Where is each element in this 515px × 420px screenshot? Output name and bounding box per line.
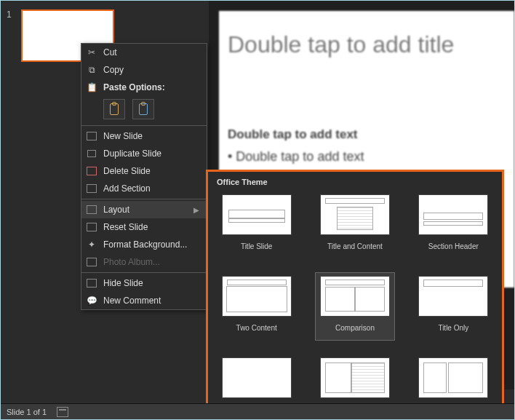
layout-caption: Section Header xyxy=(428,238,479,255)
menu-delete-slide[interactable]: Delete Slide xyxy=(81,162,207,180)
paste-picture[interactable] xyxy=(132,99,154,119)
menu-paste-label: Paste Options: xyxy=(103,82,165,92)
section-icon xyxy=(86,183,97,194)
layout-flyout: Office Theme Title Slide Title and Conte… xyxy=(206,170,504,407)
layout-preview xyxy=(222,276,292,317)
separator xyxy=(81,125,207,126)
layout-caption: Title Only xyxy=(438,320,468,337)
clipboard-picture-icon xyxy=(139,103,148,115)
layout-preview xyxy=(418,276,488,317)
reset-icon xyxy=(86,221,97,233)
subtitle-placeholder[interactable]: Double tap to add text xyxy=(228,127,358,142)
new-slide-icon xyxy=(86,130,97,142)
menu-paste-header: 📋Paste Options: xyxy=(81,79,207,96)
layout-preview xyxy=(320,276,390,317)
menu-duplicate-slide[interactable]: Duplicate Slide xyxy=(81,145,207,162)
format-bg-icon: ✦ xyxy=(86,239,97,250)
body-placeholder[interactable]: • Double tap to add text xyxy=(228,149,364,165)
layout-preview xyxy=(320,194,390,235)
layout-title-only[interactable]: Title Only xyxy=(414,272,493,341)
layout-title-slide[interactable]: Title Slide xyxy=(217,191,296,259)
layout-caption: Title and Content xyxy=(327,238,383,255)
menu-format-bg-label: Format Background... xyxy=(103,239,187,250)
layout-preview xyxy=(222,194,292,235)
menu-duplicate-label: Duplicate Slide xyxy=(103,148,161,159)
layout-preview xyxy=(418,357,488,398)
menu-hide-slide[interactable]: Hide Slide xyxy=(81,274,207,292)
chevron-right-icon: ▶ xyxy=(193,206,199,214)
clipboard-icon: 📋 xyxy=(86,82,97,93)
status-slide-count: Slide 1 of 1 xyxy=(7,408,47,416)
title-placeholder[interactable]: Double tap to add title xyxy=(228,21,508,68)
paste-keep-source[interactable] xyxy=(103,99,125,119)
clipboard-small-icon xyxy=(110,103,119,115)
menu-copy[interactable]: ⧉Copy xyxy=(81,61,207,79)
layout-preview xyxy=(320,357,390,398)
layout-two-content[interactable]: Two Content xyxy=(217,272,296,341)
menu-new-comment[interactable]: 💬New Comment xyxy=(81,292,207,309)
layout-preview xyxy=(222,357,292,398)
layout-preview xyxy=(418,194,488,235)
scissors-icon: ✂ xyxy=(86,47,97,58)
paste-options xyxy=(81,96,207,124)
menu-reset-label: Reset Slide xyxy=(103,222,148,232)
duplicate-icon xyxy=(86,148,97,159)
separator xyxy=(81,199,207,199)
menu-add-section-label: Add Section xyxy=(103,183,151,194)
slide-number: 1 xyxy=(7,9,12,20)
separator xyxy=(81,272,207,273)
menu-cut[interactable]: ✂Cut xyxy=(81,44,207,61)
layout-caption: Comparison xyxy=(335,320,375,337)
layout-flyout-header: Office Theme xyxy=(217,178,493,186)
layout-grid: Title Slide Title and Content Section He… xyxy=(217,191,493,420)
notes-icon[interactable] xyxy=(57,407,68,417)
layout-title-and-content[interactable]: Title and Content xyxy=(315,191,394,259)
menu-reset-slide[interactable]: Reset Slide xyxy=(81,218,207,236)
menu-photo-album: Photo Album... xyxy=(81,253,207,271)
menu-layout-label: Layout xyxy=(103,205,129,215)
layout-section-header[interactable]: Section Header xyxy=(414,191,493,259)
context-menu: ✂Cut ⧉Copy 📋Paste Options: New Slide Dup… xyxy=(81,43,207,310)
app-window: 1 Double tap to add title Double tap to … xyxy=(0,0,515,420)
layout-comparison[interactable]: Comparison xyxy=(315,272,394,341)
hide-icon xyxy=(86,277,97,289)
layout-caption: Title Slide xyxy=(241,238,273,255)
menu-hide-label: Hide Slide xyxy=(103,278,143,288)
layout-caption: Two Content xyxy=(236,320,277,337)
status-bar: Slide 1 of 1 xyxy=(1,403,514,419)
copy-icon: ⧉ xyxy=(86,64,97,76)
menu-new-slide-label: New Slide xyxy=(103,131,143,141)
menu-format-background[interactable]: ✦Format Background... xyxy=(81,236,207,253)
menu-new-comment-label: New Comment xyxy=(103,296,161,306)
photo-album-icon xyxy=(86,256,97,268)
menu-add-section[interactable]: Add Section xyxy=(81,180,207,197)
menu-delete-label: Delete Slide xyxy=(103,166,151,176)
menu-photo-album-label: Photo Album... xyxy=(103,257,160,267)
comment-icon: 💬 xyxy=(86,295,97,306)
menu-cut-label: Cut xyxy=(103,47,117,58)
menu-new-slide[interactable]: New Slide xyxy=(81,127,207,145)
menu-layout[interactable]: Layout▶ xyxy=(81,201,207,218)
delete-icon xyxy=(86,165,97,177)
layout-icon xyxy=(86,204,97,215)
menu-copy-label: Copy xyxy=(103,65,124,75)
